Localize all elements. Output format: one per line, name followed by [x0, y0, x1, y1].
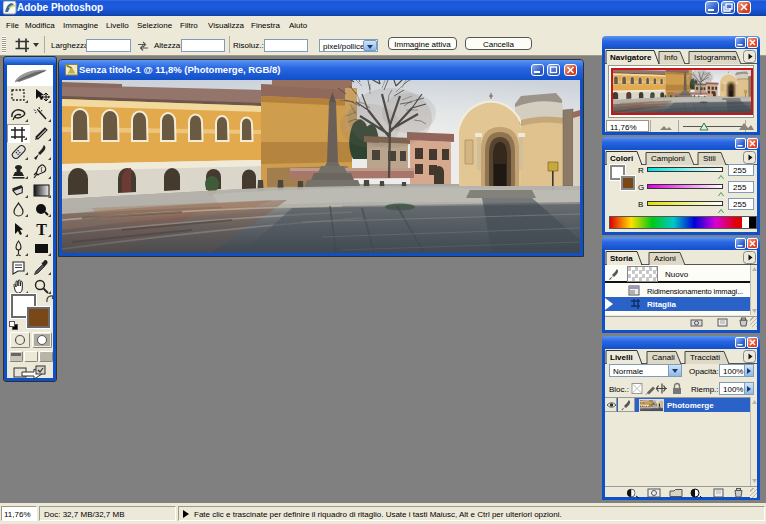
svg-text:Colori: Colori	[610, 154, 633, 163]
svg-text:Storia: Storia	[610, 254, 633, 263]
svg-text:Campioni: Campioni	[651, 154, 685, 163]
svg-text:T: T	[36, 221, 47, 238]
svg-text:Stili: Stili	[703, 154, 716, 163]
svg-text:Azioni: Azioni	[654, 254, 676, 263]
svg-text:Canali: Canali	[652, 353, 675, 362]
svg-text:Livelli: Livelli	[610, 353, 633, 362]
svg-text:Info: Info	[664, 53, 678, 62]
svg-text:Tracciati: Tracciati	[690, 353, 720, 362]
svg-text:Istogramma: Istogramma	[694, 53, 737, 62]
svg-text:Navigatore: Navigatore	[610, 53, 652, 62]
